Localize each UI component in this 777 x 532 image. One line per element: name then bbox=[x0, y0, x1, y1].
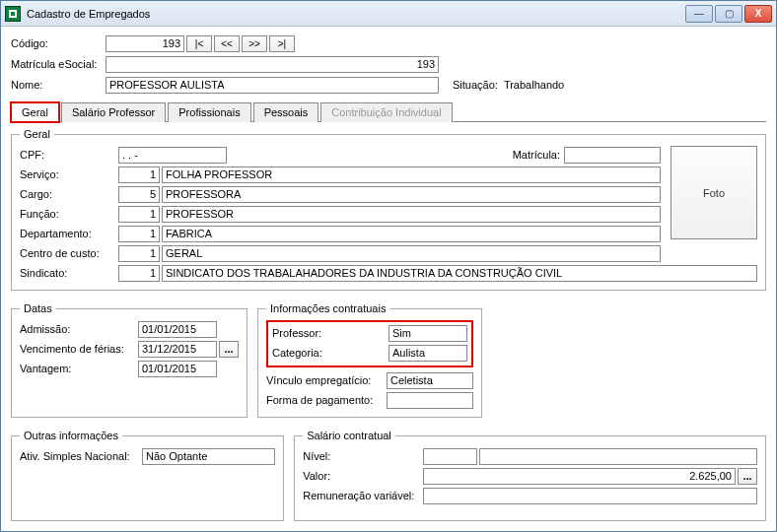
nivel-desc-input[interactable] bbox=[479, 448, 757, 465]
vinculo-input[interactable]: Celetista bbox=[387, 372, 473, 389]
tab-contribuicao-individual: Contribuição Individual bbox=[320, 102, 452, 122]
vencimento-ferias-input[interactable]: 31/12/2015 bbox=[138, 341, 217, 358]
salario-group: Salário contratual Nível: Valor: 2.625,0… bbox=[294, 430, 766, 521]
funcao-code-input[interactable]: 1 bbox=[118, 206, 160, 223]
infocontratuais-group: Informações contratuais Professor: Sim C… bbox=[257, 302, 482, 418]
nome-input[interactable]: PROFESSOR AULISTA bbox=[106, 77, 439, 94]
nav-last-button[interactable]: >| bbox=[269, 35, 295, 52]
ativ-simples-label: Ativ. Simples Nacional: bbox=[20, 450, 142, 462]
remuneracao-input[interactable] bbox=[423, 488, 757, 504]
codigo-input[interactable]: 193 bbox=[106, 35, 184, 52]
vantagem-label: Vantagem: bbox=[20, 363, 138, 374]
situacao-value: Trabalhando bbox=[504, 79, 564, 91]
geral-legend: Geral bbox=[20, 128, 54, 140]
tab-geral[interactable]: Geral bbox=[11, 102, 59, 122]
situacao-label: Situação: bbox=[453, 79, 498, 91]
remuneracao-label: Remuneração variável: bbox=[303, 490, 423, 501]
tab-bar: Geral Salário Professor Profissionais Pe… bbox=[11, 101, 766, 122]
tab-salario-professor[interactable]: Salário Professor bbox=[61, 102, 166, 122]
datas-legend: Datas bbox=[20, 302, 56, 314]
matricula-label: Matrícula: bbox=[513, 149, 560, 161]
cpf-input[interactable]: . . - bbox=[118, 147, 227, 164]
categoria-label: Categoria: bbox=[272, 347, 388, 359]
svg-rect-1 bbox=[11, 12, 15, 16]
categoria-input[interactable]: Aulista bbox=[388, 345, 467, 362]
servico-label: Serviço: bbox=[20, 168, 118, 180]
matricula-esocial-label: Matrícula eSocial: bbox=[11, 58, 106, 70]
admissao-label: Admissão: bbox=[20, 323, 138, 335]
geral-group: Geral CPF: . . - Matrícula: Serviço: 1 F… bbox=[11, 128, 766, 291]
funcao-label: Função: bbox=[20, 208, 118, 220]
vencimento-ferias-picker-button[interactable]: ... bbox=[219, 341, 239, 358]
nav-prev-button[interactable]: << bbox=[214, 35, 240, 52]
photo-label: Foto bbox=[703, 187, 725, 199]
centrocusto-label: Centro de custo: bbox=[20, 247, 118, 259]
cpf-label: CPF: bbox=[20, 149, 118, 161]
datas-group: Datas Admissão: 01/01/2015 Vencimento de… bbox=[11, 302, 247, 418]
centrocusto-code-input[interactable]: 1 bbox=[118, 245, 160, 262]
nivel-code-input[interactable] bbox=[423, 448, 477, 465]
cargo-label: Cargo: bbox=[20, 188, 118, 200]
servico-desc-input[interactable]: FOLHA PROFESSOR bbox=[162, 166, 661, 183]
salario-legend: Salário contratual bbox=[303, 430, 395, 441]
app-icon bbox=[5, 6, 21, 22]
minimize-button[interactable]: — bbox=[685, 5, 713, 23]
cargo-desc-input[interactable]: PROFESSORA bbox=[162, 186, 661, 203]
matricula-input[interactable] bbox=[564, 147, 661, 164]
nav-first-button[interactable]: |< bbox=[186, 35, 212, 52]
nav-next-button[interactable]: >> bbox=[242, 35, 267, 52]
nivel-label: Nível: bbox=[303, 450, 423, 462]
departamento-desc-input[interactable]: FABRICA bbox=[162, 226, 661, 242]
window-title: Cadastro de Empregados bbox=[27, 8, 683, 20]
vinculo-label: Vínculo empregatício: bbox=[266, 374, 387, 386]
centrocusto-desc-input[interactable]: GERAL bbox=[162, 245, 661, 262]
sindicato-label: Sindicato: bbox=[20, 267, 118, 279]
sindicato-desc-input[interactable]: SINDICATO DOS TRABALAHADORES DA INDUSTRI… bbox=[162, 265, 757, 282]
departamento-label: Departamento: bbox=[20, 228, 118, 239]
titlebar: Cadastro de Empregados — ▢ X bbox=[1, 1, 776, 27]
ativ-simples-input[interactable]: Não Optante bbox=[142, 448, 275, 465]
formapagto-label: Forma de pagamento: bbox=[266, 394, 387, 406]
professor-label: Professor: bbox=[272, 327, 388, 339]
nome-label: Nome: bbox=[11, 79, 106, 91]
photo-placeholder[interactable]: Foto bbox=[671, 146, 757, 239]
valor-label: Valor: bbox=[303, 470, 423, 482]
matricula-esocial-input[interactable]: 193 bbox=[106, 56, 439, 73]
highlight-region: Professor: Sim Categoria: Aulista bbox=[266, 320, 473, 367]
codigo-label: Código: bbox=[11, 37, 106, 49]
valor-input[interactable]: 2.625,00 bbox=[423, 468, 736, 485]
formapagto-input[interactable] bbox=[387, 392, 473, 409]
servico-code-input[interactable]: 1 bbox=[118, 166, 160, 183]
content: Código: 193 |< << >> >| Matrícula eSocia… bbox=[1, 27, 776, 532]
funcao-desc-input[interactable]: PROFESSOR bbox=[162, 206, 661, 223]
cargo-code-input[interactable]: 5 bbox=[118, 186, 160, 203]
departamento-code-input[interactable]: 1 bbox=[118, 226, 160, 242]
vantagem-input[interactable]: 01/01/2015 bbox=[138, 361, 217, 377]
outras-legend: Outras informações bbox=[20, 430, 122, 441]
professor-input[interactable]: Sim bbox=[388, 325, 467, 342]
close-button[interactable]: X bbox=[744, 5, 772, 23]
valor-picker-button[interactable]: ... bbox=[738, 468, 757, 485]
vencimento-ferias-label: Vencimento de férias: bbox=[20, 343, 138, 355]
tab-pessoais[interactable]: Pessoais bbox=[253, 102, 319, 122]
tab-profissionais[interactable]: Profissionais bbox=[168, 102, 250, 122]
window: Cadastro de Empregados — ▢ X Código: 193… bbox=[0, 0, 777, 532]
sindicato-code-input[interactable]: 1 bbox=[118, 265, 160, 282]
infocontratuais-legend: Informações contratuais bbox=[266, 302, 389, 314]
outras-group: Outras informações Ativ. Simples Naciona… bbox=[11, 430, 284, 521]
admissao-input[interactable]: 01/01/2015 bbox=[138, 321, 217, 338]
maximize-button[interactable]: ▢ bbox=[715, 5, 742, 23]
